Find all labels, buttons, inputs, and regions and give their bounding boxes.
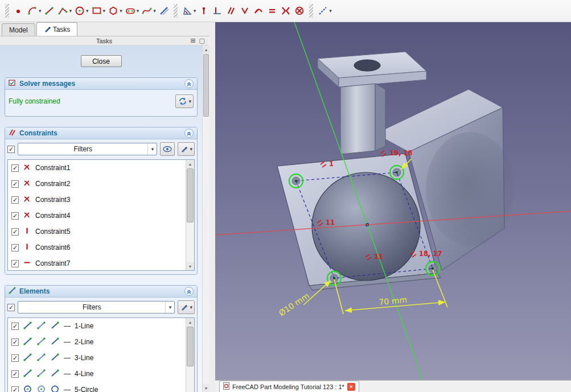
rectangle-tool-button[interactable]: [90, 2, 107, 19]
element-checkbox[interactable]: [11, 370, 19, 378]
constraint-row[interactable]: Constraint5: [8, 224, 186, 240]
3d-viewport[interactable]: 1 19, 18 11 11 18, 17 Ø10 mm 70 mm: [215, 22, 571, 392]
tasks-panel-titlebar: Tasks ⊞ ▢: [0, 36, 208, 46]
slot-tool-button[interactable]: [124, 2, 141, 19]
elements-settings-button[interactable]: [178, 300, 195, 314]
arc-tool-button[interactable]: [26, 2, 43, 19]
line-edge-icon: [23, 321, 32, 332]
vertical-constraint-button[interactable]: [211, 2, 224, 19]
constraints-filter-checkbox[interactable]: [7, 146, 15, 153]
element-row[interactable]: 5-Circle: [8, 382, 186, 392]
element-checkbox[interactable]: [11, 323, 19, 330]
constraints-header[interactable]: Constraints: [5, 127, 197, 139]
line-end-icon: [50, 337, 60, 348]
scroll-up-icon[interactable]: [203, 46, 209, 53]
sketch-edit-tool-button[interactable]: [157, 2, 171, 19]
elements-filter-combo[interactable]: Filters: [18, 301, 175, 313]
collapse-button[interactable]: [184, 129, 194, 138]
no-mode-icon: [64, 354, 71, 362]
constraints-settings-button[interactable]: [178, 142, 195, 156]
element-row[interactable]: 4-Line: [8, 366, 186, 382]
chevron-down-icon[interactable]: [165, 302, 174, 313]
constraint-label: Constraint3: [35, 196, 70, 204]
constraint-checkbox[interactable]: [11, 228, 19, 236]
dimension-constraint-button[interactable]: [180, 2, 198, 19]
part-body[interactable]: [277, 52, 515, 290]
chevron-down-icon[interactable]: [147, 143, 157, 155]
point-tool-button[interactable]: [12, 2, 26, 19]
constraint-row[interactable]: Constraint3: [8, 192, 186, 208]
vertical-constraint-icon: [23, 226, 31, 237]
scroll-thumb[interactable]: [187, 168, 194, 222]
collapse-button[interactable]: [184, 287, 194, 296]
constraint-row[interactable]: Constraint6: [8, 240, 186, 255]
document-tab[interactable]: FreeCAD Part Modeling Tutorial 123 : 1*: [219, 381, 359, 392]
constraint-checkbox[interactable]: [11, 212, 19, 220]
close-tab-icon[interactable]: [347, 383, 355, 391]
constraint-checkbox[interactable]: [11, 196, 19, 204]
constraint-checkbox[interactable]: [11, 260, 19, 267]
document-icon: [223, 382, 229, 391]
element-checkbox[interactable]: [11, 339, 19, 346]
diameter-dimension-text[interactable]: Ø10 mm: [277, 291, 311, 317]
elements-header[interactable]: Elements: [5, 286, 197, 298]
line-tool-button[interactable]: [43, 2, 56, 19]
close-button[interactable]: Close: [81, 55, 122, 67]
constraint-row[interactable]: Constraint1: [8, 160, 186, 176]
constraints-list-scrollbar[interactable]: [186, 160, 194, 270]
auto-update-button[interactable]: [175, 94, 194, 108]
equal-constraint-button[interactable]: [265, 2, 279, 19]
toolbar-handle[interactable]: [174, 4, 178, 18]
element-row[interactable]: 1-Line: [8, 318, 186, 334]
element-label: 1-Line: [75, 322, 93, 330]
element-checkbox[interactable]: [11, 386, 19, 392]
block-constraint-button[interactable]: [293, 2, 306, 19]
toggle-construction-button[interactable]: [316, 2, 333, 19]
toolbar-handle[interactable]: [5, 4, 9, 18]
coincident-constraint-icon: [23, 179, 31, 189]
bspline-tool-button[interactable]: [140, 2, 157, 19]
tangent-constraint-button[interactable]: [252, 2, 265, 19]
line-edge-icon: [23, 337, 32, 348]
scroll-down-icon[interactable]: [186, 262, 194, 270]
tab-model[interactable]: Model: [2, 23, 35, 36]
dock-panel-icon[interactable]: ▢: [199, 37, 205, 44]
solver-messages-header[interactable]: Solver messages: [5, 78, 197, 90]
polygon-tool-button[interactable]: [106, 2, 124, 19]
constraints-filter-combo[interactable]: Filters: [18, 143, 157, 155]
point-on-object-constraint-button[interactable]: [197, 2, 211, 19]
line-edge-icon: [23, 369, 32, 379]
coincident-constraint-icon: [23, 195, 31, 205]
circle-tool-button[interactable]: [73, 2, 90, 19]
perpendicular-constraint-button[interactable]: [238, 2, 252, 19]
constraint-row[interactable]: Constraint7: [8, 255, 186, 271]
show-hide-constraints-button[interactable]: [160, 142, 175, 156]
scroll-up-icon[interactable]: [186, 318, 194, 326]
elements-filter-checkbox[interactable]: [7, 304, 15, 311]
constraint-row[interactable]: Constraint2: [8, 176, 186, 192]
tab-tasks[interactable]: Tasks: [36, 22, 78, 36]
parallel-constraint-button[interactable]: [224, 2, 238, 19]
collapse-button[interactable]: [184, 79, 194, 88]
scroll-thumb[interactable]: [203, 54, 209, 117]
constraint-checkbox[interactable]: [11, 164, 19, 172]
polyline-tool-button[interactable]: [56, 2, 73, 19]
tasks-panel-body: Close Solver messages Fully constrained: [0, 46, 202, 392]
element-row[interactable]: 3-Line: [8, 350, 186, 366]
toolbar-handle[interactable]: [309, 4, 313, 18]
element-checkbox[interactable]: [11, 354, 19, 362]
float-panel-icon[interactable]: ⊞: [190, 37, 195, 44]
scroll-down-icon[interactable]: [203, 384, 209, 392]
constraint-label-bottom-center: 11: [374, 253, 383, 261]
element-row[interactable]: 2-Line: [8, 334, 186, 350]
symmetric-constraint-button[interactable]: [279, 2, 293, 19]
constraint-row[interactable]: Constraint4: [8, 208, 186, 224]
elements-list-scrollbar[interactable]: [186, 318, 194, 392]
constraint-checkbox[interactable]: [11, 244, 19, 251]
length-dimension-text[interactable]: 70 mm: [379, 295, 408, 307]
constraint-checkbox[interactable]: [11, 180, 19, 188]
panel-splitter[interactable]: [209, 22, 215, 392]
scroll-thumb[interactable]: [187, 327, 194, 366]
tasks-panel-scrollbar[interactable]: [202, 46, 209, 392]
scroll-up-icon[interactable]: [186, 160, 194, 168]
